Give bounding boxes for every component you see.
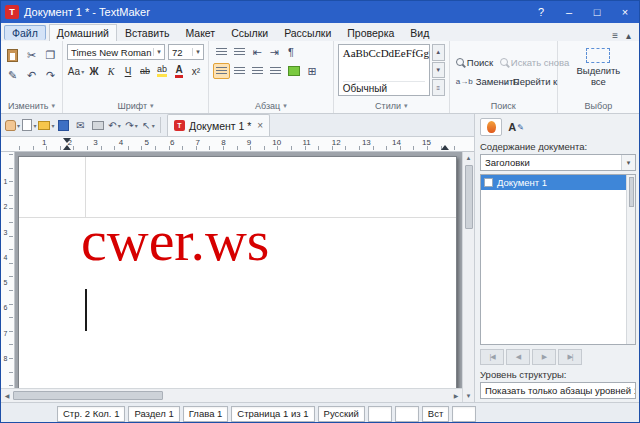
- status-insert-mode[interactable]: Вст: [422, 406, 449, 422]
- status-empty-3[interactable]: [452, 406, 476, 422]
- scroll-left-icon[interactable]: ◀: [1, 389, 13, 402]
- style-gallery[interactable]: AaBbCcDdEeFfGgHhIi Обычный: [338, 44, 430, 96]
- paste-button[interactable]: [4, 47, 22, 63]
- maximize-button[interactable]: □: [583, 1, 611, 23]
- copy-button[interactable]: ❐: [42, 47, 60, 63]
- first-heading-button[interactable]: |◀: [480, 349, 504, 365]
- status-empty-2[interactable]: [395, 406, 419, 422]
- bold-button[interactable]: Ж: [86, 63, 102, 79]
- font-color-button[interactable]: А: [171, 63, 187, 79]
- tab-mailings[interactable]: Рассылки: [276, 24, 339, 41]
- align-left-button[interactable]: [213, 63, 230, 79]
- previous-heading-button[interactable]: ◀: [506, 349, 530, 365]
- undo-button[interactable]: ↶: [23, 67, 41, 83]
- group-paragraph-launcher-icon[interactable]: ▾: [283, 102, 287, 110]
- group-styles-launcher-icon[interactable]: ▾: [404, 102, 408, 110]
- tab-layout[interactable]: Макет: [177, 24, 223, 41]
- document-page[interactable]: cwer.ws: [18, 156, 457, 388]
- font-family-select[interactable]: Times New Roman ▾: [67, 44, 165, 60]
- tab-file[interactable]: Файл: [4, 25, 46, 40]
- left-indent-marker[interactable]: [63, 145, 71, 150]
- last-heading-button[interactable]: ▶|: [558, 349, 582, 365]
- right-indent-marker[interactable]: [441, 145, 449, 150]
- align-center-button[interactable]: [231, 63, 248, 79]
- status-chapter[interactable]: Глава 1: [183, 406, 229, 422]
- scroll-down-icon[interactable]: ▼: [463, 390, 474, 402]
- tab-home[interactable]: Домашний: [49, 24, 117, 41]
- find-button[interactable]: Поиск: [454, 53, 498, 72]
- status-page[interactable]: Страница 1 из 1: [231, 406, 314, 422]
- underline-button[interactable]: Ч: [120, 63, 136, 79]
- headings-list[interactable]: Документ 1: [480, 174, 636, 345]
- goto-button[interactable]: →Перейти к: [498, 72, 554, 91]
- first-line-indent-marker[interactable]: [63, 138, 71, 143]
- document-tab[interactable]: T Документ 1 * ×: [167, 114, 270, 136]
- tab-view[interactable]: Вид: [402, 24, 437, 41]
- change-case-button[interactable]: Аа▾: [67, 63, 85, 79]
- new-document-button[interactable]: ▾: [21, 116, 38, 135]
- align-right-button[interactable]: [249, 63, 266, 79]
- superscript-button[interactable]: х²: [188, 63, 204, 79]
- font-size-select[interactable]: 72 ▾: [168, 44, 204, 60]
- style-scroll-down-button[interactable]: ▼: [432, 62, 445, 79]
- status-section[interactable]: Раздел 1: [128, 406, 179, 422]
- contents-type-select[interactable]: Заголовки ▾: [480, 154, 636, 171]
- group-edit-launcher-icon[interactable]: ▾: [52, 102, 56, 110]
- next-heading-button[interactable]: ▶: [532, 349, 556, 365]
- group-font-launcher-icon[interactable]: ▾: [150, 102, 154, 110]
- shading-button[interactable]: [285, 63, 303, 79]
- formatting-marks-button[interactable]: ¶: [283, 44, 299, 60]
- menu-icon[interactable]: ≡: [612, 30, 618, 41]
- increase-indent-button[interactable]: ⇥: [266, 44, 282, 60]
- font-family-dropdown-icon[interactable]: ▾: [153, 48, 164, 56]
- cut-button[interactable]: ✂: [23, 47, 41, 63]
- proofing-panel-button[interactable]: А✎: [505, 118, 527, 136]
- select-all-button[interactable]: Выделить все: [569, 45, 627, 88]
- replace-button[interactable]: a→bЗаменить: [454, 72, 498, 91]
- style-scroll-up-button[interactable]: ▲: [432, 44, 445, 61]
- print-button[interactable]: [89, 116, 106, 135]
- status-empty-1[interactable]: [368, 406, 392, 422]
- close-button[interactable]: ×: [611, 1, 639, 23]
- tab-review[interactable]: Проверка: [339, 24, 402, 41]
- document-canvas[interactable]: cwer.ws: [15, 152, 462, 388]
- save-button[interactable]: [55, 116, 72, 135]
- format-painter-button[interactable]: ✎: [4, 67, 22, 83]
- horizontal-scrollbar-thumb[interactable]: [13, 391, 163, 400]
- contents-type-dropdown-icon[interactable]: ▾: [621, 155, 635, 170]
- italic-button[interactable]: К: [103, 63, 119, 79]
- open-button[interactable]: ▾: [38, 116, 55, 135]
- strikethrough-button[interactable]: ab: [137, 63, 153, 79]
- decrease-indent-button[interactable]: ⇤: [249, 44, 265, 60]
- status-language[interactable]: Русский: [318, 406, 365, 422]
- document-tab-close-icon[interactable]: ×: [257, 120, 263, 131]
- minimize-button[interactable]: –: [555, 1, 583, 23]
- font-size-dropdown-icon[interactable]: ▾: [192, 48, 203, 56]
- undo-quick-button[interactable]: ↶▾: [106, 116, 123, 135]
- pan-tool-button[interactable]: ▾: [4, 116, 21, 135]
- numbered-list-button[interactable]: [231, 44, 248, 60]
- mail-button[interactable]: ✉: [72, 116, 89, 135]
- style-menu-button[interactable]: ≡: [432, 79, 445, 96]
- tab-insert[interactable]: Вставить: [117, 24, 178, 41]
- list-item-document1[interactable]: Документ 1: [481, 175, 626, 190]
- vertical-scrollbar[interactable]: ▲ ▼: [462, 152, 474, 402]
- outline-level-select[interactable]: Показать только абзацы уровней 1-9 ▾: [480, 382, 636, 399]
- redo-quick-button[interactable]: ↷▾: [123, 116, 140, 135]
- scroll-right-icon[interactable]: ▶: [450, 389, 462, 402]
- collapse-ribbon-icon[interactable]: ▴: [626, 30, 631, 41]
- headings-list-scrollbar[interactable]: [626, 175, 635, 344]
- horizontal-scrollbar[interactable]: ◀ ▶: [1, 388, 462, 402]
- navigation-panel-button[interactable]: [480, 118, 502, 136]
- borders-button[interactable]: ⊞: [304, 63, 320, 79]
- status-line-column[interactable]: Стр. 2 Кол. 1: [57, 406, 125, 422]
- tab-references[interactable]: Ссылки: [223, 24, 276, 41]
- bullet-list-button[interactable]: [213, 44, 230, 60]
- scroll-up-icon[interactable]: ▲: [463, 152, 474, 164]
- select-mode-button[interactable]: ↖▾: [140, 116, 157, 135]
- style-current-name[interactable]: Обычный: [343, 81, 425, 94]
- vertical-scrollbar-thumb[interactable]: [465, 165, 473, 229]
- headings-list-scrollbar-thumb[interactable]: [629, 177, 634, 207]
- highlight-button[interactable]: ab: [154, 63, 170, 79]
- redo-button[interactable]: ↷: [42, 67, 60, 83]
